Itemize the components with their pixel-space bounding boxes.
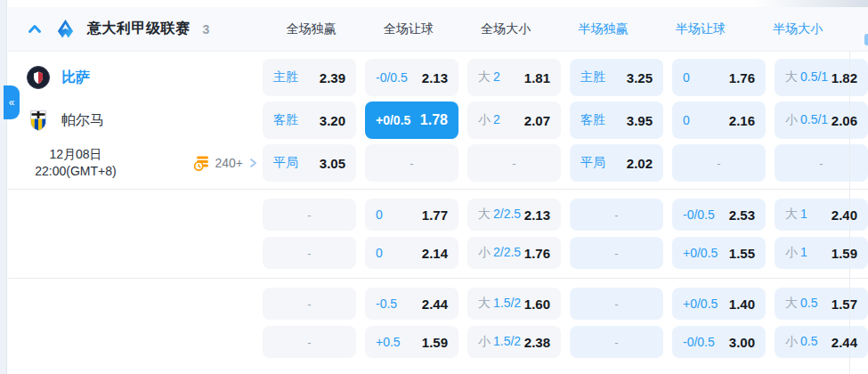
chevron-right-icon: [247, 157, 259, 169]
match-time: 22:00(GMT+8): [15, 163, 136, 180]
left-spacer: [8, 199, 263, 269]
odds-cell-handicap[interactable]: +0/0.51.78: [365, 102, 458, 139]
home-team-row[interactable]: 比萨: [8, 59, 263, 96]
odds-value: 2.02: [627, 156, 653, 171]
odds-label: +0.5: [376, 335, 401, 349]
odds-cell-ou[interactable]: 小1.5/22.38: [467, 326, 561, 358]
odds-value: 1.40: [729, 297, 755, 312]
odds-cell-handicap[interactable]: -0.52.44: [365, 288, 458, 320]
odds-cell-ou[interactable]: 大21.81: [467, 59, 561, 96]
odds-value: 3.95: [627, 113, 653, 128]
odds-cell-handicap[interactable]: +0/0.51.55: [672, 237, 766, 269]
odds-label: 大2: [478, 69, 500, 85]
odds-cell-empty: -: [570, 199, 663, 231]
odds-value: 1.82: [831, 70, 857, 85]
odds-cell-handicap[interactable]: -0/0.53.00: [672, 326, 766, 358]
odds-cell-ou[interactable]: 大12.40: [775, 199, 868, 231]
odds-cell-empty: -: [263, 199, 356, 231]
more-markets-link[interactable]: 240+: [193, 154, 259, 172]
odds-cell-ou[interactable]: 大0.51.57: [775, 288, 868, 320]
odds-label: 0: [376, 246, 383, 260]
odds-cell-ou[interactable]: 小11.59: [775, 237, 868, 269]
odds-cell-1x2[interactable]: 平局3.05: [263, 144, 356, 182]
ou-side-label: 小: [478, 112, 491, 126]
column-header-ht-1x2: 半场独赢: [555, 21, 652, 37]
ou-side-label: 小: [785, 245, 798, 259]
odds-cell-handicap[interactable]: -0/0.52.53: [672, 199, 766, 231]
odds-cell-1x2[interactable]: 客胜3.20: [263, 102, 356, 139]
odds-grid-main: 主胜2.39-0/0.52.13大21.81主胜3.2501.76大0.5/11…: [263, 59, 868, 182]
column-header-ft-handicap: 全场让球: [360, 21, 457, 37]
odds-value: 3.25: [627, 70, 653, 85]
odds-cell-empty: -: [365, 144, 458, 182]
home-team-name[interactable]: 比萨: [61, 69, 90, 87]
odds-section-alt-1: -01.77大2/2.52.13--0/0.52.53大12.40-02.14小…: [8, 190, 868, 278]
odds-cell-1x2[interactable]: 平局2.02: [570, 144, 663, 182]
ou-line-value: 1.5/2: [493, 296, 521, 310]
odds-cell-handicap[interactable]: 01.76: [672, 59, 766, 96]
ou-side-label: 小: [478, 334, 491, 348]
odds-value: 1.59: [831, 246, 857, 261]
odds-label: 小0.5: [785, 334, 817, 350]
odds-cell-ou[interactable]: 小0.52.44: [775, 326, 868, 358]
odds-value: 1.77: [422, 207, 448, 223]
odds-cell-ou[interactable]: 小2/2.51.76: [467, 237, 561, 269]
odds-board: 意大利甲级联赛 3 全场独赢 全场让球 全场大小 半场独赢 半场让球 半场大小: [8, 7, 868, 367]
league-match-count: 3: [203, 22, 210, 37]
odds-label: 大2/2.5: [478, 207, 521, 223]
away-team-logo-icon: [27, 109, 50, 132]
sidebar-collapse-tab[interactable]: «: [4, 85, 20, 119]
league-header-row: 意大利甲级联赛 3 全场独赢 全场让球 全场大小 半场独赢 半场让球 半场大小: [8, 7, 868, 52]
odds-value: 2.16: [729, 113, 755, 128]
ou-side-label: 小: [478, 245, 491, 259]
odds-cell-handicap[interactable]: 02.16: [672, 102, 766, 139]
ou-line-value: 0.5/1: [800, 112, 828, 126]
odds-grid-alt-2: --0.52.44大1.5/21.60-+0/0.51.40大0.51.57-+…: [263, 288, 868, 358]
odds-value: 2.06: [831, 113, 857, 128]
odds-label: +0/0.5: [376, 113, 410, 127]
odds-value: 2.53: [729, 207, 755, 223]
odds-label: 大0.5: [785, 296, 817, 312]
odds-label: 大1: [785, 207, 807, 223]
odds-cell-ou[interactable]: 大0.5/11.82: [775, 59, 868, 96]
odds-value: 1.81: [524, 70, 550, 85]
ou-line-value: 0.5: [800, 334, 817, 348]
odds-cell-1x2[interactable]: 客胜3.95: [570, 102, 663, 139]
odds-cell-ou[interactable]: 小22.07: [467, 102, 561, 139]
home-team-logo-icon: [27, 66, 50, 89]
odds-section-alt-2: --0.52.44大1.5/21.60-+0/0.51.40大0.51.57-+…: [8, 279, 868, 367]
odds-cell-ou[interactable]: 大2/2.52.13: [467, 199, 561, 231]
odds-section-main: 比萨: [8, 52, 868, 189]
odds-label: 0: [683, 113, 690, 127]
odds-value: 1.57: [831, 297, 857, 312]
away-team-name[interactable]: 帕尔马: [61, 111, 104, 130]
odds-label: 小1.5/2: [478, 334, 521, 350]
column-header-ft-1x2: 全场独赢: [263, 21, 360, 37]
odds-cell-1x2[interactable]: 主胜2.39: [263, 59, 356, 96]
odds-cell-handicap[interactable]: 01.77: [365, 199, 458, 231]
odds-value: 1.60: [524, 297, 550, 312]
odds-cell-handicap[interactable]: +0/0.51.40: [672, 288, 766, 320]
league-title[interactable]: 意大利甲级联赛: [87, 20, 191, 38]
ou-line-value: 1: [800, 207, 807, 221]
ou-line-value: 1.5/2: [493, 334, 521, 348]
odds-cell-handicap[interactable]: -0/0.52.13: [365, 59, 458, 96]
odds-label: -0/0.5: [683, 207, 715, 222]
odds-label: 小2/2.5: [478, 245, 521, 261]
odds-cell-handicap[interactable]: +0.51.59: [365, 326, 458, 358]
odds-cell-ou[interactable]: 大1.5/21.60: [467, 288, 561, 320]
odds-value: 3.05: [320, 156, 345, 171]
odds-cell-empty: -: [570, 326, 663, 358]
odds-label: +0/0.5: [683, 297, 718, 311]
odds-cell-empty: -: [263, 326, 356, 358]
odds-cell-ou[interactable]: 小0.5/12.06: [775, 102, 868, 139]
odds-cell-1x2[interactable]: 主胜3.25: [570, 59, 663, 96]
ou-line-value: 2/2.5: [493, 245, 521, 259]
odds-label: 主胜: [580, 69, 605, 85]
more-markets-count: 240+: [215, 156, 243, 170]
ou-side-label: 大: [478, 207, 491, 221]
column-header-ht-overunder: 半场大小: [750, 21, 847, 37]
away-team-row[interactable]: 帕尔马: [8, 102, 263, 139]
odds-cell-handicap[interactable]: 02.14: [365, 237, 458, 269]
collapse-league-button[interactable]: [26, 20, 44, 38]
